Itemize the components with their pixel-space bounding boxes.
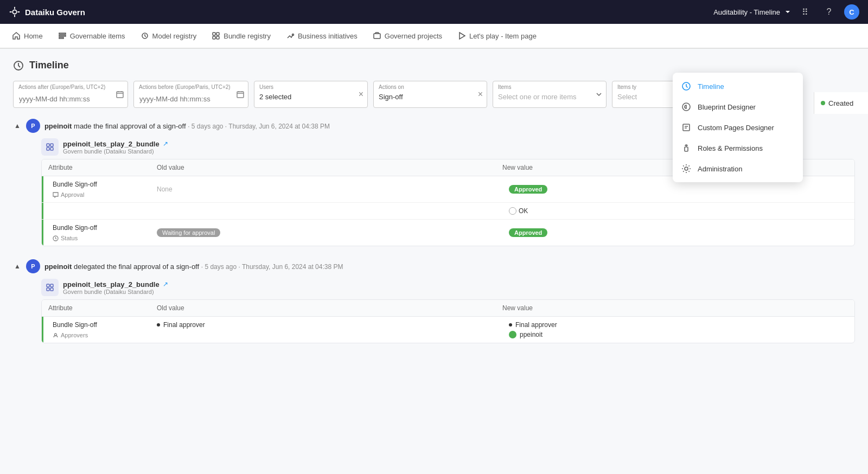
actions-after-input[interactable]: [13, 81, 128, 108]
entry-1-full-time: Thursday, Jun 6, 2024 at 04:38 PM: [228, 123, 330, 130]
dropdown-item-blueprint[interactable]: Blueprint Designer: [673, 97, 803, 117]
change-row-1-2: Bundle Sign-off Status Waiting for appro…: [42, 220, 854, 246]
actions-before-filter: Actions before (Europe/Paris, UTC+2): [133, 81, 248, 108]
entry-2-action: delegated the final approval of a sign-o…: [74, 262, 199, 271]
entry-1-item-name: ppeinoit_lets_play_2_bundle: [63, 140, 159, 148]
svg-rect-13: [117, 92, 123, 98]
svg-point-24: [55, 334, 57, 336]
entry-2-header: ▲ P ppeinoit delegated the final approva…: [13, 259, 855, 273]
roles-menu-icon: [681, 143, 691, 153]
users-clear-button[interactable]: ×: [359, 89, 363, 99]
row-1-1b-attr: [42, 203, 150, 219]
chevron-down-icon: [784, 9, 791, 15]
svg-rect-6: [216, 33, 219, 35]
entry-2-item-link[interactable]: ↗: [163, 280, 168, 288]
help-button[interactable]: ?: [820, 3, 838, 21]
dropdown-item-timeline[interactable]: Timeline: [673, 76, 803, 97]
dropdown-menu: Timeline Blueprint Designer Custom Pages…: [673, 73, 803, 182]
topbar-right: ⠿ ? C: [796, 3, 859, 21]
dropdown-item-custom-pages[interactable]: Custom Pages Designer: [673, 117, 803, 138]
sidebar-item-governed-projects[interactable]: Governed projects: [365, 24, 450, 49]
actions-before-input[interactable]: [133, 81, 248, 108]
entry-2-item-type: Govern bundle (Dataiku Standard): [63, 289, 168, 295]
approvers-icon: [53, 332, 59, 338]
svg-rect-22: [47, 288, 49, 291]
row-1-2-old: Waiting for approval: [150, 220, 502, 246]
nav-home-label: Home: [24, 32, 43, 40]
sidebar-item-governable[interactable]: Governable items: [50, 24, 133, 49]
dropdown-pages-label: Custom Pages Designer: [698, 124, 774, 132]
row-1-1-attr: Bundle Sign-off Approval: [42, 176, 150, 202]
home-icon: [12, 31, 21, 40]
actions-after-calendar-button[interactable]: [116, 91, 124, 98]
old-approver-1: Final approver: [157, 321, 205, 329]
entry-2-item-header: ppeinoit_lets_play_2_bundle ↗ Govern bun…: [41, 279, 855, 296]
entry-2-change-table: Attribute Old value New value Bundle Sig…: [41, 299, 855, 343]
svg-rect-23: [50, 288, 53, 291]
svg-rect-17: [47, 148, 49, 150]
projects-icon: [373, 31, 381, 40]
entry-2-collapse-button[interactable]: ▲: [13, 261, 22, 271]
logo-icon: [9, 6, 21, 18]
users-input[interactable]: [254, 81, 368, 108]
created-dot: [821, 101, 825, 105]
svg-rect-2: [59, 35, 66, 36]
green-circle-icon: [509, 331, 516, 338]
col-attribute: Attribute: [48, 164, 157, 171]
entry-1-item-type: Govern bundle (Dataiku Standard): [63, 148, 168, 155]
entry-1-user-avatar: P: [26, 119, 40, 133]
entry-2-item-icon: [41, 279, 59, 296]
grid-button[interactable]: ⠿: [796, 3, 814, 21]
sidebar-item-bundle-registry[interactable]: Bundle registry: [204, 24, 278, 49]
svg-rect-16: [50, 144, 53, 146]
app-title: Dataiku Govern: [25, 8, 85, 17]
page-title: Timeline: [29, 60, 69, 71]
auditability-label: Auditability - Timeline: [713, 8, 780, 16]
row-2-1-old: Final approver: [150, 317, 502, 343]
sidebar-item-model-registry[interactable]: Model registry: [133, 24, 205, 49]
row-1-2-new: Approved: [502, 220, 854, 246]
entry-1-item-link[interactable]: ↗: [163, 140, 168, 148]
row-1-1b-old: [150, 203, 502, 219]
created-label: Created: [814, 92, 868, 114]
avatar[interactable]: C: [844, 4, 859, 20]
model-icon: [141, 31, 149, 40]
nav-initiatives-label: Business initiatives: [298, 32, 358, 40]
entry-1-title: ppeinoit made the final approval of a si…: [44, 122, 330, 130]
bundle-icon: [212, 31, 220, 40]
svg-rect-18: [50, 148, 53, 150]
timeline-entry-2: ▲ P ppeinoit delegated the final approva…: [13, 259, 855, 343]
entry-2-user: ppeinoit: [44, 262, 72, 271]
items-dropdown-button[interactable]: [596, 91, 602, 98]
actions-on-clear-button[interactable]: ×: [478, 89, 483, 99]
entry-2-table-header: Attribute Old value New value: [42, 300, 854, 317]
blueprint-menu-icon: [681, 102, 691, 112]
actions-before-calendar-button[interactable]: [237, 91, 244, 98]
col-attribute-2: Attribute: [48, 304, 157, 312]
chevron-down-icon-2: [596, 91, 602, 98]
sidebar-item-business-initiatives[interactable]: Business initiatives: [278, 24, 365, 49]
timeline-menu-icon: [681, 81, 691, 91]
actions-on-input[interactable]: [373, 81, 487, 108]
entry-2-title: ppeinoit delegated the final approval of…: [44, 262, 343, 271]
change-row-1-1b: OK: [42, 203, 854, 220]
status-clock-icon: [53, 235, 59, 241]
pages-menu-icon: [681, 123, 691, 132]
dropdown-blueprint-label: Blueprint Designer: [698, 103, 756, 111]
dropdown-admin-label: Administration: [698, 165, 742, 173]
dropdown-timeline-label: Timeline: [698, 82, 724, 91]
ok-text: OK: [519, 207, 528, 215]
new-approver-1: Final approver: [509, 321, 557, 329]
sidebar-item-home[interactable]: Home: [4, 24, 50, 49]
entry-2-item-name: ppeinoit_lets_play_2_bundle: [63, 280, 159, 289]
dropdown-item-administration[interactable]: Administration: [673, 158, 803, 179]
sidebar-item-lets-play[interactable]: Let's play - Item page: [450, 24, 544, 49]
play-icon: [457, 31, 466, 40]
items-input[interactable]: [493, 81, 607, 108]
auditability-menu[interactable]: Auditability - Timeline: [708, 5, 796, 20]
row-2-1-left-bar: [42, 317, 43, 343]
entry-1-collapse-button[interactable]: ▲: [13, 121, 22, 131]
dropdown-item-roles[interactable]: Roles & Permissions: [673, 138, 803, 158]
app-logo[interactable]: Dataiku Govern: [9, 6, 85, 18]
initiatives-icon: [286, 31, 295, 40]
